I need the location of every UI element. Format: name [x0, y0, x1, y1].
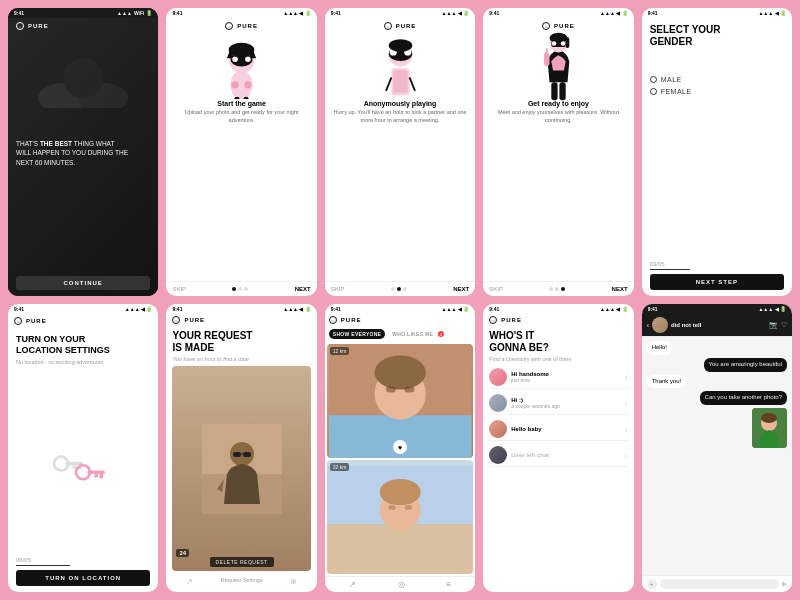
- intro-logo: PURE: [28, 23, 49, 29]
- name-3: Hello baby: [511, 426, 620, 432]
- onboard-content-2: ○ PURE: [166, 18, 316, 281]
- logo-icon-7: ○: [172, 316, 180, 324]
- enjoy-title: Get ready to enjoy: [528, 100, 589, 107]
- msg-4: Can you take another photo?: [700, 391, 787, 405]
- heart-button-1[interactable]: ♥: [393, 440, 407, 454]
- whos-content: WHO'S ITGONNA BE? Find a chemistry with …: [483, 326, 633, 592]
- svg-rect-24: [551, 82, 557, 100]
- chat-name: did not tell: [671, 322, 769, 328]
- next-3[interactable]: NEXT: [453, 286, 469, 292]
- logo-icon-6: ○: [14, 317, 22, 325]
- start-game-desc: Upload your photo and get ready for your…: [172, 109, 310, 124]
- progress-line: [650, 269, 690, 270]
- msg-1: Hello!: [647, 341, 672, 355]
- gender-male-label: MALE: [661, 76, 682, 83]
- row-1: 9:41 ▲▲▲ WiFi 🔋 ○ PURE THAT'S THE BEST T: [8, 8, 792, 296]
- chat-more-icon[interactable]: ♡: [781, 321, 787, 329]
- svg-point-32: [552, 41, 557, 46]
- time-msg-1: just now: [511, 377, 620, 383]
- radio-female[interactable]: [650, 88, 657, 95]
- name-4: User left chat: [511, 452, 620, 458]
- skip-3[interactable]: SKIP: [331, 286, 345, 292]
- tab-show-everyone[interactable]: SHOW EVERYONE: [329, 329, 385, 339]
- svg-point-2: [63, 58, 103, 98]
- tab-who-likes-me[interactable]: WHO LIKES ME: [388, 329, 437, 339]
- svg-rect-46: [243, 452, 251, 457]
- next-step-button[interactable]: NEXT STEP: [650, 274, 784, 290]
- delete-request-button[interactable]: DELETE REQUEST: [210, 557, 274, 567]
- phone-browse: 9:41 ▲▲▲ ◀ 🔋 ○ PURE SHOW EVERYONE WHO LI…: [325, 304, 475, 592]
- nav-menu[interactable]: ≡: [447, 580, 452, 589]
- svg-rect-45: [233, 452, 241, 457]
- distance-1: 12 km: [330, 347, 350, 355]
- gender-female-option[interactable]: FEMALE: [650, 88, 784, 95]
- chat-input[interactable]: [660, 579, 779, 589]
- svg-point-14: [244, 81, 251, 88]
- phone-gender: 9:41 ▲▲▲ ◀ 🔋 SELECT YOURGENDER MALE FEMA…: [642, 8, 792, 296]
- svg-rect-52: [386, 387, 396, 393]
- age-badge: 24: [176, 549, 189, 557]
- next-4[interactable]: NEXT: [612, 286, 628, 292]
- next-2[interactable]: NEXT: [295, 286, 311, 292]
- radio-male[interactable]: [650, 76, 657, 83]
- chat-input-bar: + ▶: [642, 575, 792, 592]
- svg-point-33: [561, 41, 566, 46]
- request-subtitle: You have an hour to find a date: [172, 356, 310, 362]
- dot-1: [232, 287, 236, 291]
- chat-header-icons: 📷 ♡: [769, 321, 787, 329]
- logo-7: PURE: [184, 317, 205, 323]
- request-title: YOUR REQUESTIS MADE: [172, 330, 310, 354]
- msg-2: You are amazingly beautiful: [704, 358, 788, 372]
- svg-point-62: [761, 413, 777, 423]
- logo-6: PURE: [26, 318, 47, 324]
- add-media-button[interactable]: +: [647, 579, 657, 589]
- start-game-title: Start the game: [217, 100, 266, 107]
- gender-female-label: FEMALE: [661, 88, 692, 95]
- browse-photo-2[interactable]: 32 km: [327, 460, 473, 574]
- avatar-1: [489, 368, 507, 386]
- browse-photo-1[interactable]: 12 km ♥: [327, 344, 473, 458]
- send-icon[interactable]: ▶: [782, 580, 787, 588]
- skip-4[interactable]: SKIP: [489, 286, 503, 292]
- enjoy-illustration: [531, 36, 586, 96]
- whos-item-2[interactable]: Hi :) a couple seconds ago ›: [489, 392, 627, 415]
- turn-on-location-button[interactable]: TURN ON LOCATION: [16, 570, 150, 586]
- action-2: ›: [624, 398, 627, 409]
- svg-point-21: [388, 39, 412, 52]
- avatar-2: [489, 394, 507, 412]
- browse-tabs: SHOW EVERYONE WHO LIKES ME 4: [325, 326, 475, 342]
- request-photo: 24 DELETE REQUEST: [172, 366, 310, 571]
- intro-tagline: THAT'S THE BEST THING WHATWILL HAPPEN TO…: [16, 139, 150, 166]
- nav-browse[interactable]: ◎: [398, 580, 405, 589]
- enjoy-desc: Meet and enjoy yourselves with pleasure.…: [489, 109, 627, 124]
- logo-8: PURE: [341, 317, 362, 323]
- logo-9: PURE: [501, 317, 522, 323]
- continue-button[interactable]: CONTINUE: [16, 276, 150, 290]
- nav-share[interactable]: ↗: [349, 580, 356, 589]
- skip-2[interactable]: SKIP: [172, 286, 186, 292]
- phone-location: 9:41 ▲▲▲ ◀ 🔋 ○ PURE TURN ON YOURLOCATION…: [8, 304, 158, 592]
- status-bar-2: 9:41 ▲▲▲ ◀ 🔋: [166, 8, 316, 18]
- request-actions: ↗ Request Settings ⊕: [172, 575, 310, 588]
- svg-rect-27: [546, 48, 548, 53]
- intro-content: ○ PURE THAT'S THE BEST THING WHATWILL HA…: [8, 18, 158, 296]
- phone-enjoy: 9:41 ▲▲▲ ◀ 🔋 ○ PURE: [483, 8, 633, 296]
- gender-progress: 03/05: [650, 261, 784, 270]
- back-button[interactable]: ‹: [647, 322, 649, 329]
- anonymous-illustration: [373, 36, 428, 96]
- location-desc: No location - no exciting adventures: [16, 359, 150, 365]
- chat-avatar: [652, 317, 668, 333]
- status-bar-8: 9:41 ▲▲▲ ◀ 🔋: [325, 304, 475, 314]
- svg-rect-59: [404, 505, 411, 509]
- phone-start-game: 9:41 ▲▲▲ ◀ 🔋 ○ PURE: [166, 8, 316, 296]
- whos-item-4[interactable]: User left chat ›: [489, 444, 627, 467]
- gender-male-option[interactable]: MALE: [650, 76, 784, 83]
- onboard-nav-4: SKIP NEXT: [483, 281, 633, 296]
- request-action-arrow: ↗: [186, 577, 193, 586]
- request-settings-label[interactable]: Request Settings: [221, 577, 263, 586]
- whos-item-1[interactable]: Hi handsome just now ›: [489, 366, 627, 389]
- svg-point-9: [245, 56, 251, 62]
- browse-bottom-nav: ↗ ◎ ≡: [325, 576, 475, 592]
- chat-video-icon[interactable]: 📷: [769, 321, 778, 329]
- whos-item-3[interactable]: Hello baby ›: [489, 418, 627, 441]
